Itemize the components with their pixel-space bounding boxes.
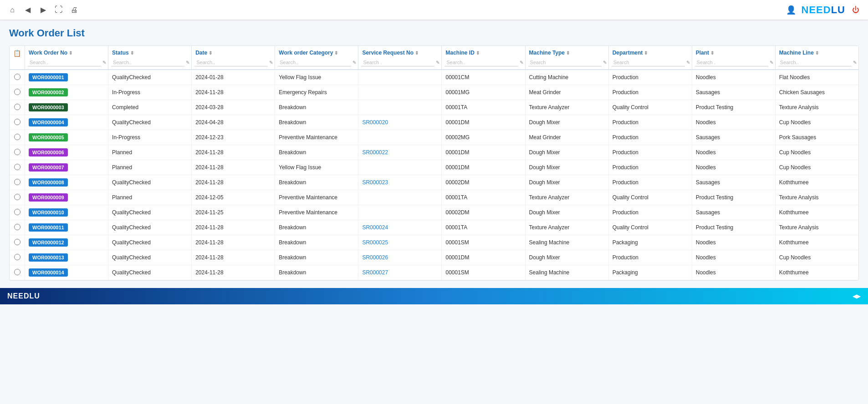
row-date: 2024-04-28: [192, 115, 275, 130]
row-radio-btn[interactable]: [14, 74, 20, 80]
sort-icon-category[interactable]: ⇕: [334, 50, 338, 56]
search-plant[interactable]: [695, 59, 768, 66]
row-category: Yellow Flag Issue: [275, 70, 358, 85]
home-icon[interactable]: ⌂: [7, 5, 17, 15]
row-status: In-Progress: [108, 85, 192, 100]
sort-icon-service-request[interactable]: ⇕: [415, 50, 419, 56]
work-order-badge[interactable]: WOR0000012: [29, 238, 68, 247]
work-order-badge[interactable]: WOR0000001: [29, 73, 68, 81]
service-request-link[interactable]: SR000023: [362, 179, 388, 186]
row-work-order-no: WOR0000005: [25, 130, 108, 145]
row-radio-btn[interactable]: [14, 119, 20, 125]
edit-icon-machine-line[interactable]: ✎: [853, 60, 857, 65]
row-radio-btn[interactable]: [14, 104, 20, 110]
navbar-left: ⌂ ◀ ▶ ⛶ 🖨: [7, 5, 79, 15]
row-radio-btn[interactable]: [14, 164, 20, 170]
work-order-badge[interactable]: WOR0000006: [29, 148, 68, 157]
row-machine-id: 00001DM: [442, 160, 525, 175]
row-category: Breakdown: [275, 250, 358, 265]
th-machine-type: Machine Type ⇕ ✎: [525, 46, 608, 70]
sort-icon-machine-id[interactable]: ⇕: [476, 50, 480, 56]
edit-icon-department[interactable]: ✎: [686, 60, 690, 65]
row-date: 2024-11-28: [192, 160, 275, 175]
row-machine-line: Texture Analysis: [775, 190, 858, 205]
work-order-badge[interactable]: WOR0000007: [29, 163, 68, 172]
work-order-badge[interactable]: WOR0000009: [29, 193, 68, 202]
row-status: Completed: [108, 100, 192, 115]
row-radio-btn[interactable]: [14, 224, 20, 230]
work-order-badge[interactable]: WOR0000002: [29, 88, 68, 96]
edit-icon-service-request[interactable]: ✎: [436, 60, 439, 65]
edit-icon-machine-type[interactable]: ✎: [603, 60, 607, 65]
search-date[interactable]: [194, 59, 268, 66]
row-radio-btn[interactable]: [14, 194, 20, 200]
row-radio-btn[interactable]: [14, 149, 20, 155]
row-radio-btn[interactable]: [14, 239, 20, 245]
edit-icon-status[interactable]: ✎: [186, 60, 189, 65]
edit-icon-date[interactable]: ✎: [269, 60, 273, 65]
sort-icon-department[interactable]: ⇕: [644, 50, 648, 56]
navbar-right: 👤 NEEDLU ⏻: [786, 4, 861, 16]
sort-icon-status[interactable]: ⇕: [130, 50, 134, 56]
sort-icon-work-order-no[interactable]: ⇕: [69, 50, 72, 56]
th-service-request: Service Request No ⇕ ✎: [358, 46, 442, 70]
row-machine-line: Koththumee: [775, 205, 858, 220]
search-status[interactable]: [111, 59, 184, 66]
row-machine-type: Texture Analyzer: [525, 220, 608, 235]
row-machine-line: Chicken Sausages: [775, 85, 858, 100]
row-radio-btn[interactable]: [14, 89, 20, 95]
sort-icon-machine-line[interactable]: ⇕: [815, 50, 819, 56]
back-icon[interactable]: ◀: [23, 5, 33, 15]
work-order-badge[interactable]: WOR0000014: [29, 268, 68, 277]
print-icon[interactable]: 🖨: [69, 5, 79, 15]
search-service-request[interactable]: [361, 59, 434, 66]
work-order-badge[interactable]: WOR0000008: [29, 178, 68, 187]
search-category[interactable]: [278, 59, 351, 66]
search-department[interactable]: [612, 59, 685, 66]
forward-icon[interactable]: ▶: [38, 5, 48, 15]
service-request-link[interactable]: SR000020: [362, 119, 388, 126]
row-radio-btn[interactable]: [14, 134, 20, 140]
table-row: WOR0000002In-Progress2024-11-28Emergency…: [10, 85, 858, 100]
service-request-link[interactable]: SR000027: [362, 269, 388, 276]
work-order-badge[interactable]: WOR0000005: [29, 133, 68, 141]
row-date: 2024-11-28: [192, 235, 275, 250]
row-radio-cell: [10, 205, 25, 220]
search-machine-line[interactable]: [778, 59, 852, 66]
row-radio-btn[interactable]: [14, 269, 20, 275]
sort-icon-date[interactable]: ⇕: [209, 50, 212, 56]
th-department-label: Department: [613, 50, 643, 56]
row-radio-btn[interactable]: [14, 254, 20, 260]
row-department: Quality Control: [608, 220, 692, 235]
row-radio-btn[interactable]: [14, 179, 20, 185]
row-category: Preventive Maintenance: [275, 130, 358, 145]
power-icon[interactable]: ⏻: [851, 5, 861, 15]
work-order-badge[interactable]: WOR0000010: [29, 208, 68, 217]
user-icon[interactable]: 👤: [786, 5, 796, 15]
edit-icon-machine-id[interactable]: ✎: [520, 60, 523, 65]
table-row: WOR0000006Planned2024-11-28BreakdownSR00…: [10, 145, 858, 160]
move-icon[interactable]: ⛶: [54, 5, 64, 15]
row-date: 2024-11-28: [192, 145, 275, 160]
service-request-link[interactable]: SR000022: [362, 149, 388, 156]
th-plant-label: Plant: [696, 50, 709, 56]
edit-icon-category[interactable]: ✎: [352, 60, 356, 65]
sort-icon-machine-type[interactable]: ⇕: [566, 50, 570, 56]
work-order-badge[interactable]: WOR0000013: [29, 253, 68, 262]
search-machine-type[interactable]: [528, 59, 602, 66]
work-order-badge[interactable]: WOR0000004: [29, 118, 68, 126]
service-request-link[interactable]: SR000026: [362, 254, 388, 261]
service-request-link[interactable]: SR000024: [362, 224, 388, 231]
work-order-badge[interactable]: WOR0000003: [29, 103, 68, 111]
search-work-order-no[interactable]: [28, 59, 101, 66]
work-order-badge[interactable]: WOR0000011: [29, 223, 68, 232]
edit-icon-plant[interactable]: ✎: [770, 60, 773, 65]
sort-icon-plant[interactable]: ⇕: [710, 50, 714, 56]
row-service-request: SR000025: [358, 235, 442, 250]
row-plant: Sausages: [692, 205, 775, 220]
row-radio-btn[interactable]: [14, 209, 20, 215]
edit-icon-work-order-no[interactable]: ✎: [102, 60, 106, 65]
row-service-request: [358, 205, 442, 220]
service-request-link[interactable]: SR000025: [362, 239, 388, 246]
search-machine-id[interactable]: [444, 59, 518, 66]
